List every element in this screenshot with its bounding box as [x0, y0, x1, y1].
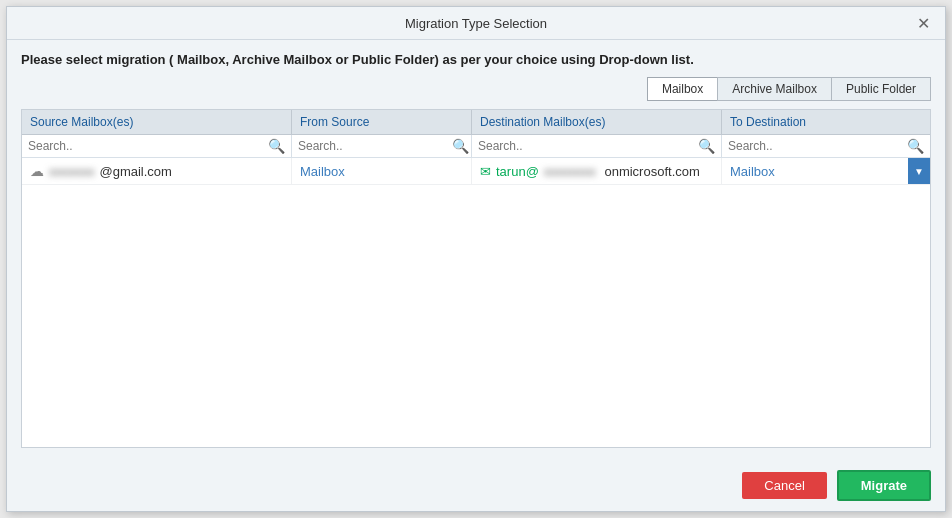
dest-email-cell: ✉ tarun@ xxxxxxxx onmicrosoft.com — [472, 158, 722, 184]
to-dest-search-input[interactable] — [728, 139, 903, 153]
archive-mailbox-type-button[interactable]: Archive Mailbox — [717, 77, 832, 101]
title-bar: Migration Type Selection ✕ — [7, 7, 945, 40]
dest-search-cell: 🔍 — [472, 135, 722, 157]
dialog-title: Migration Type Selection — [39, 16, 913, 31]
mailbox-type-button[interactable]: Mailbox — [647, 77, 717, 101]
source-search-input[interactable] — [28, 139, 264, 153]
dest-email-blurred: xxxxxxxx — [544, 164, 596, 179]
table-row: ☁ xxxxxxx @gmail.com Mailbox ✉ tarun@ xx… — [22, 158, 930, 185]
from-source-cell: Mailbox — [292, 158, 472, 184]
to-dest-cell: Mailbox ▼ — [722, 158, 930, 184]
data-rows: ☁ xxxxxxx @gmail.com Mailbox ✉ tarun@ xx… — [22, 158, 930, 447]
dest-email-prefix: tarun@ — [496, 164, 539, 179]
dest-search-icon[interactable]: 🔍 — [698, 138, 715, 154]
to-dest-value[interactable]: Mailbox — [730, 164, 775, 179]
from-source-search-cell: 🔍 — [292, 135, 472, 157]
to-dest-dropdown-button[interactable]: ▼ — [908, 158, 930, 184]
instruction-text: Please select migration ( Mailbox, Archi… — [21, 52, 931, 67]
source-search-icon[interactable]: 🔍 — [268, 138, 285, 154]
header-dest-mailbox: Destination Mailbox(es) — [472, 110, 722, 134]
source-email-domain: @gmail.com — [100, 164, 172, 179]
dialog-body: Please select migration ( Mailbox, Archi… — [7, 40, 945, 458]
from-source-search-input[interactable] — [298, 139, 448, 153]
search-row: 🔍 🔍 🔍 🔍 — [22, 135, 930, 158]
public-folder-type-button[interactable]: Public Folder — [832, 77, 931, 101]
migration-table: Source Mailbox(es) From Source Destinati… — [21, 109, 931, 448]
cloud-icon: ☁ — [30, 163, 44, 179]
migrate-button[interactable]: Migrate — [837, 470, 931, 501]
cancel-button[interactable]: Cancel — [742, 472, 826, 499]
header-source-mailbox: Source Mailbox(es) — [22, 110, 292, 134]
source-email-cell: ☁ xxxxxxx @gmail.com — [22, 158, 292, 184]
header-to-dest: To Destination — [722, 110, 930, 134]
header-from-source: From Source — [292, 110, 472, 134]
source-search-cell: 🔍 — [22, 135, 292, 157]
type-button-group: Mailbox Archive Mailbox Public Folder — [21, 77, 931, 101]
from-source-search-icon[interactable]: 🔍 — [452, 138, 469, 154]
dialog: Migration Type Selection ✕ Please select… — [6, 6, 946, 512]
dest-email-domain: onmicrosoft.com — [601, 164, 700, 179]
from-source-value[interactable]: Mailbox — [300, 164, 345, 179]
footer: Cancel Migrate — [7, 458, 945, 511]
to-dest-search-cell: 🔍 — [722, 135, 930, 157]
envelope-icon: ✉ — [480, 164, 491, 179]
table-header: Source Mailbox(es) From Source Destinati… — [22, 110, 930, 135]
close-button[interactable]: ✕ — [913, 13, 933, 33]
source-email-blurred: xxxxxxx — [49, 164, 95, 179]
to-dest-search-icon[interactable]: 🔍 — [907, 138, 924, 154]
dest-search-input[interactable] — [478, 139, 694, 153]
